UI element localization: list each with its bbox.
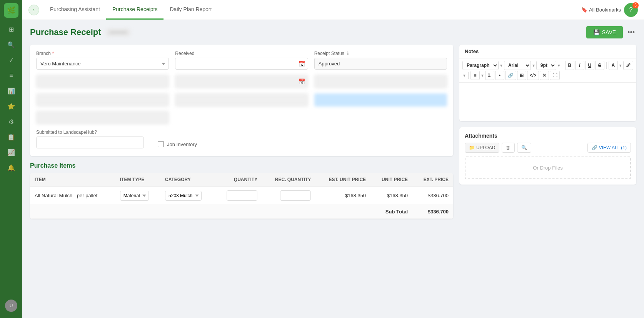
- job-inventory-row: Job Inventory: [158, 141, 197, 147]
- toolbar-sep-2: [606, 62, 607, 69]
- attachments-toolbar: 📁 UPLOAD 🗑 🔍 🔗 VIEW ALL (1): [465, 143, 631, 153]
- page-content: Purchase Receipt •••••••••• 💾 SAVE •••: [22, 20, 644, 318]
- align-button[interactable]: ≡: [470, 71, 480, 80]
- top-bar: › Purchasing Assistant Purchase Receipts…: [22, 0, 644, 20]
- drop-zone[interactable]: Or Drop Files: [465, 157, 631, 179]
- nav-search-icon[interactable]: 🔍: [4, 38, 18, 52]
- tab-daily-plan-report[interactable]: Daily Plan Report: [164, 0, 218, 20]
- job-inventory-checkbox[interactable]: [158, 141, 164, 147]
- received-input[interactable]: 11/19/2024: [175, 58, 308, 70]
- blurred-field-3: [314, 75, 447, 88]
- app-logo[interactable]: 🌿: [4, 3, 18, 18]
- item-name: All Natural Mulch - per pallet: [30, 186, 115, 205]
- form-row-3: [36, 93, 447, 124]
- item-type-select[interactable]: Material: [120, 191, 149, 201]
- bookmarks-button[interactable]: 🔖 All Bookmarks: [581, 7, 621, 13]
- tab-purchasing-assistant[interactable]: Purchasing Assistant: [44, 0, 106, 20]
- info-icon: ℹ: [347, 51, 349, 56]
- receipt-status-label: Receipt Status ℹ: [314, 51, 447, 56]
- upload-button[interactable]: 📁 UPLOAD: [465, 143, 499, 153]
- submitted-input[interactable]: No: [36, 137, 144, 148]
- notes-toolbar: Paragraph ▼ Arial ▼ 9pt ▼ B I: [459, 58, 636, 83]
- table-row: All Natural Mulch - per pallet Material: [30, 186, 453, 205]
- col-category: CATEGORY: [160, 173, 215, 186]
- est-unit-price-cell: $168.350: [315, 186, 370, 205]
- highlight-arrow-icon: ▼: [462, 73, 466, 78]
- bold-button[interactable]: B: [565, 61, 574, 70]
- purchase-items-title: Purchase Items: [30, 162, 453, 169]
- category-select[interactable]: 5203 Mulch: [165, 191, 202, 201]
- required-indicator: *: [52, 51, 54, 56]
- unit-price-cell: $168.350: [370, 186, 412, 205]
- toolbar-arrow-icon: ▼: [499, 63, 503, 68]
- page-title-area: Purchase Receipt ••••••••••: [30, 27, 131, 37]
- user-avatar[interactable]: U: [5, 300, 17, 312]
- purchase-items-card: ITEM ITEM TYPE CATEGORY QUANTITY REC. QU…: [30, 173, 453, 219]
- branch-select[interactable]: Vero Maintenance: [36, 58, 169, 70]
- page-title: Purchase Receipt: [30, 27, 101, 37]
- branch-label: Branch *: [36, 51, 169, 56]
- form-row-1: Branch * Vero Maintenance Received 11/19…: [36, 51, 447, 70]
- table-button[interactable]: ⊞: [517, 71, 526, 80]
- link-button[interactable]: 🔗: [505, 71, 516, 80]
- receipt-status-value: Approved: [314, 58, 447, 70]
- help-button[interactable]: ? 6: [624, 3, 638, 17]
- font-color-button[interactable]: A: [609, 61, 618, 70]
- size-select[interactable]: 9pt: [536, 61, 556, 70]
- received-input-wrapper: 11/19/2024 📅: [175, 58, 308, 70]
- form-card: Branch * Vero Maintenance Received 11/19…: [30, 45, 453, 156]
- tab-purchase-receipts[interactable]: Purchase Receipts: [106, 0, 164, 20]
- toolbar-sep-3: [468, 72, 469, 79]
- nav-clipboard-icon[interactable]: 📋: [4, 130, 18, 144]
- nav-list-icon[interactable]: ≡: [4, 68, 18, 82]
- underline-button[interactable]: U: [585, 61, 594, 70]
- subtotal-empty: [30, 205, 370, 219]
- nav-analytics-icon[interactable]: 📈: [4, 145, 18, 159]
- code-button[interactable]: </>: [527, 71, 539, 80]
- expand-button[interactable]: ⛶: [550, 71, 560, 80]
- unordered-list-button[interactable]: •: [495, 71, 504, 80]
- nav-grid-icon[interactable]: ⊞: [4, 22, 18, 36]
- notes-body[interactable]: [459, 83, 636, 121]
- ordered-list-button[interactable]: 1.: [485, 71, 494, 80]
- font-arrow-icon: ▼: [532, 63, 536, 68]
- highlight-button[interactable]: 🖊: [623, 61, 633, 70]
- clear-format-button[interactable]: ✕: [540, 71, 549, 80]
- blurred-field-5: [175, 93, 308, 124]
- nav-chart-icon[interactable]: 📊: [4, 84, 18, 98]
- subtotal-row: Sub Total $336.700: [30, 205, 453, 219]
- nav-settings-icon[interactable]: ⚙: [4, 115, 18, 128]
- nav-check-icon[interactable]: ✓: [4, 53, 18, 67]
- size-arrow-icon: ▼: [557, 63, 561, 68]
- view-all-button[interactable]: 🔗 VIEW ALL (1): [587, 143, 631, 153]
- nav-rail: 🌿 ⊞ 🔍 ✓ ≡ 📊 ⭐ ⚙ 📋 📈 🔔 U: [0, 0, 22, 318]
- paragraph-select[interactable]: Paragraph: [462, 61, 499, 70]
- upload-icon: 📁: [469, 145, 475, 150]
- col-quantity: QUANTITY: [215, 173, 262, 186]
- quantity-input[interactable]: 2.00: [227, 190, 257, 201]
- help-badge: 6: [632, 2, 639, 8]
- tab-bar: Purchasing Assistant Purchase Receipts D…: [44, 0, 218, 20]
- link-icon: 🔗: [592, 145, 597, 150]
- more-options-button[interactable]: •••: [626, 27, 636, 38]
- submitted-label: Submitted to LandscapeHub?: [36, 130, 152, 135]
- quantity-cell: 2.00: [215, 186, 262, 205]
- rec-quantity-input[interactable]: 2.00: [280, 190, 311, 201]
- blurred-field-4: [36, 93, 169, 124]
- subtotal-value: $336.700: [412, 205, 453, 219]
- attach-search-button[interactable]: 🔍: [517, 143, 531, 153]
- branch-group: Branch * Vero Maintenance: [36, 51, 169, 70]
- job-inventory-label[interactable]: Job Inventory: [167, 142, 197, 147]
- italic-button[interactable]: I: [575, 61, 584, 70]
- col-unit-price: UNIT PRICE: [370, 173, 412, 186]
- nav-bell-icon[interactable]: 🔔: [4, 161, 18, 175]
- save-button[interactable]: 💾 SAVE: [586, 26, 623, 38]
- collapse-sidebar-button[interactable]: ›: [28, 5, 39, 15]
- nav-star-icon[interactable]: ⭐: [4, 99, 18, 113]
- calendar-icon: 📅: [299, 61, 305, 67]
- content-layout: Branch * Vero Maintenance Received 11/19…: [30, 45, 636, 219]
- attach-delete-button[interactable]: 🗑: [502, 143, 515, 153]
- col-item-type: ITEM TYPE: [115, 173, 160, 186]
- strikethrough-button[interactable]: S: [595, 61, 604, 70]
- font-select[interactable]: Arial: [504, 61, 531, 70]
